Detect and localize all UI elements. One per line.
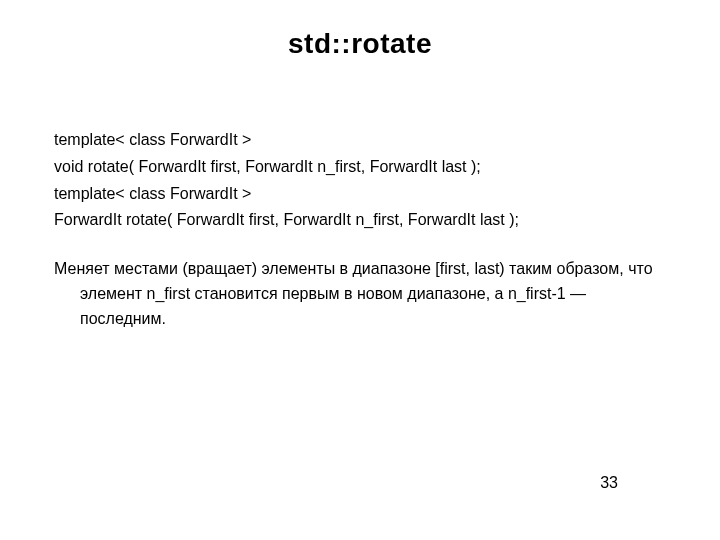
signature-line: template< class ForwardIt > bbox=[54, 182, 666, 207]
description-text: Меняет местами (вращает) элементы в диап… bbox=[54, 257, 666, 331]
page-number: 33 bbox=[600, 474, 618, 492]
slide-title: std::rotate bbox=[0, 28, 720, 60]
signature-line: void rotate( ForwardIt first, ForwardIt … bbox=[54, 155, 666, 180]
slide-body: template< class ForwardIt > void rotate(… bbox=[54, 128, 666, 332]
slide: std::rotate template< class ForwardIt > … bbox=[0, 0, 720, 540]
signature-line: ForwardIt rotate( ForwardIt first, Forwa… bbox=[54, 208, 666, 233]
signature-line: template< class ForwardIt > bbox=[54, 128, 666, 153]
